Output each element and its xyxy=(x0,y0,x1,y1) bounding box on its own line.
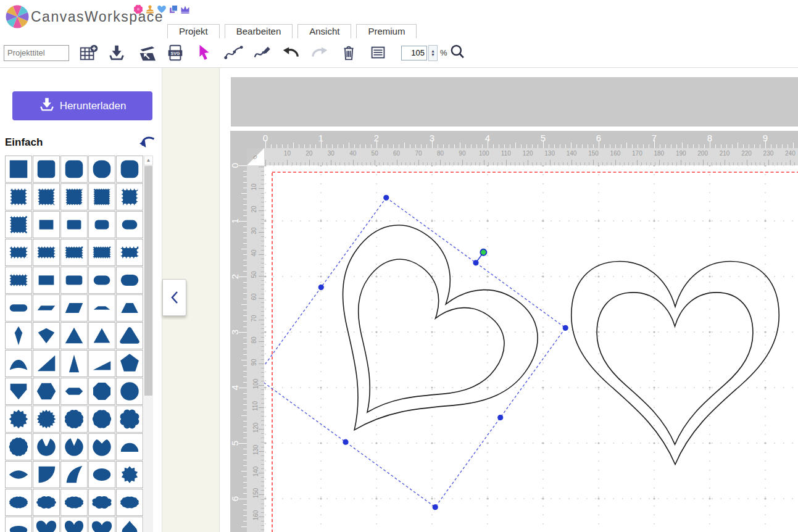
shape-triangle-rounded[interactable] xyxy=(116,322,143,349)
shape-stamp-square-5[interactable] xyxy=(116,183,143,210)
scrollbar-thumb[interactable] xyxy=(144,166,152,396)
zoom-spinner[interactable]: ▲▼ xyxy=(428,45,438,61)
shape-hexagon[interactable] xyxy=(33,378,60,405)
shape-seal-scallop[interactable] xyxy=(60,405,88,433)
shape-stamp-rect-3[interactable] xyxy=(60,239,88,266)
shape-stamp-square-6[interactable] xyxy=(5,211,32,238)
spinner-down-icon[interactable]: ▼ xyxy=(431,53,435,57)
shape-lens[interactable] xyxy=(5,461,32,488)
shape-scallop-ellipse-4[interactable] xyxy=(88,489,115,516)
svg-file-icon[interactable]: SVG xyxy=(165,43,185,63)
shape-burst-10[interactable] xyxy=(116,461,143,488)
shape-rect-wide-round[interactable] xyxy=(60,267,88,294)
shape-fin[interactable] xyxy=(60,461,88,488)
crown-icon[interactable] xyxy=(180,4,190,14)
shape-semicircle[interactable] xyxy=(116,433,143,460)
shape-notch-circle-round[interactable] xyxy=(33,433,60,460)
selection-handle-se[interactable] xyxy=(431,503,439,511)
shape-square-round-xl[interactable] xyxy=(116,156,143,183)
selection-handle-ne[interactable] xyxy=(562,324,570,332)
tab-bearbeiten[interactable]: Bearbeiten xyxy=(225,24,293,38)
artboard[interactable] xyxy=(264,165,798,532)
shape-triangle-arc-base[interactable] xyxy=(5,350,32,377)
shape-rect-wide[interactable] xyxy=(33,267,60,294)
shape-notch-circle-v[interactable] xyxy=(60,433,88,460)
shape-hexagon-thin[interactable] xyxy=(60,378,88,405)
shape-stamp-square-4[interactable] xyxy=(88,183,115,210)
selection-handle-w[interactable] xyxy=(317,283,325,291)
collapse-panel-button[interactable] xyxy=(162,279,186,316)
shape-right-triangle[interactable] xyxy=(33,350,60,377)
shape-circle[interactable] xyxy=(116,378,143,405)
shape-triangle[interactable] xyxy=(60,322,88,349)
shape-rect-round-sm[interactable] xyxy=(60,211,88,238)
shape-stamp-rect-1[interactable] xyxy=(5,239,32,266)
download-machine-icon[interactable] xyxy=(107,43,127,63)
shape-scallop-ellipse-2[interactable] xyxy=(33,489,60,516)
zoom-input[interactable] xyxy=(401,46,427,60)
heart-shape-right[interactable] xyxy=(571,262,779,465)
shape-parallelogram[interactable] xyxy=(60,294,88,322)
shape-ellipse[interactable] xyxy=(88,461,115,488)
shape-pill-thin[interactable] xyxy=(5,294,32,322)
shape-scallop-ellipse-5[interactable] xyxy=(116,489,143,516)
shape-seal-12[interactable] xyxy=(5,405,32,433)
heart-shape-selected[interactable] xyxy=(270,207,557,491)
redo-icon[interactable] xyxy=(310,43,330,63)
selection-handle-e[interactable] xyxy=(496,414,504,422)
undo-icon[interactable] xyxy=(281,43,301,63)
shape-rect[interactable] xyxy=(33,211,60,238)
shape-pentagon-down[interactable] xyxy=(5,378,32,405)
shape-square-round-lg[interactable] xyxy=(88,156,115,183)
shape-rect-round-md[interactable] xyxy=(88,211,115,238)
shape-kite-wide[interactable] xyxy=(33,322,60,349)
shape-flower-8[interactable] xyxy=(116,405,143,433)
shape-ellipse-thin[interactable] xyxy=(5,517,32,532)
shape-grid-scrollbar[interactable]: ▲ xyxy=(144,156,153,532)
back-arrow-icon[interactable] xyxy=(138,133,156,151)
shape-notch-circle-wave[interactable] xyxy=(88,433,115,460)
node-edit-icon[interactable] xyxy=(223,43,243,63)
shape-scallop-ellipse-1[interactable] xyxy=(5,489,32,516)
shape-heart[interactable] xyxy=(33,517,60,532)
shape-pill-wide[interactable] xyxy=(116,267,143,294)
scrollbar-up-icon[interactable]: ▲ xyxy=(144,156,153,165)
shape-stamp-square-2[interactable] xyxy=(33,183,60,210)
shape-rect-round-lg[interactable] xyxy=(116,211,143,238)
shape-square-round-md[interactable] xyxy=(60,156,88,183)
shape-right-triangle-low[interactable] xyxy=(88,350,115,377)
shape-spade[interactable] xyxy=(116,517,143,532)
shape-kite-narrow[interactable] xyxy=(5,322,32,349)
shape-scallop-circle[interactable] xyxy=(5,433,32,460)
zoom-magnifier-icon[interactable] xyxy=(449,43,468,63)
rotation-handle[interactable] xyxy=(479,248,488,257)
flower-icon[interactable] xyxy=(133,4,143,14)
selection-handle-nw[interactable] xyxy=(382,194,390,202)
shape-stamp-square-1[interactable] xyxy=(5,183,32,210)
tab-projekt[interactable]: Projekt xyxy=(167,24,220,38)
project-title-input[interactable] xyxy=(4,45,69,61)
selection-handle-n[interactable] xyxy=(472,259,480,267)
shape-heart-3[interactable] xyxy=(88,517,115,532)
trash-icon[interactable] xyxy=(339,43,359,63)
shape-trapezoid-low[interactable] xyxy=(88,294,115,322)
shape-square-round-sm[interactable] xyxy=(33,156,60,183)
shape-scallop-circle-sm[interactable] xyxy=(88,405,115,433)
new-project-icon[interactable] xyxy=(78,43,98,63)
shape-quarter-circle[interactable] xyxy=(33,461,60,488)
shape-triangle-narrow[interactable] xyxy=(60,350,88,377)
shape-stamp-square-3[interactable] xyxy=(60,183,88,210)
draw-pen-icon[interactable] xyxy=(252,43,272,63)
shape-stamp-rect-6[interactable] xyxy=(5,267,32,294)
tab-premium[interactable]: Premium xyxy=(356,24,417,38)
papers-icon[interactable] xyxy=(168,4,178,14)
select-icon[interactable] xyxy=(194,43,214,63)
heart-icon[interactable] xyxy=(157,4,167,14)
shape-triangle-2[interactable] xyxy=(88,322,115,349)
shape-stamp-rect-5[interactable] xyxy=(116,239,143,266)
shape-stamp-rect-2[interactable] xyxy=(33,239,60,266)
shape-stamp-rect-4[interactable] xyxy=(88,239,115,266)
shape-pentagon[interactable] xyxy=(116,350,143,377)
tab-ansicht[interactable]: Ansicht xyxy=(297,24,351,38)
export-mat-icon[interactable] xyxy=(136,43,156,63)
